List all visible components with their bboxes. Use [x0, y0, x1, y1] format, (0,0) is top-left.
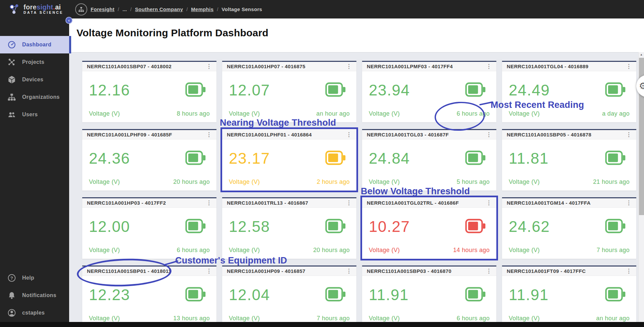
sidebar-item-notifications[interactable]: Notifications: [0, 287, 69, 304]
sensor-card[interactable]: NERRC101A001FT09 - 4017FFC ⋮ 11.91 Volta…: [502, 265, 636, 327]
settings-gear-button[interactable]: ⚙: [636, 75, 644, 97]
card-voltage-value: 12.58: [229, 217, 270, 236]
user-avatar-icon: [7, 309, 16, 317]
card-footer: Voltage (V) 6 hours ago: [89, 247, 210, 254]
card-unit-label: Voltage (V): [89, 247, 120, 254]
logo-subtitle: DATA SCIENCE: [23, 11, 63, 14]
kebab-menu-icon[interactable]: ⋮: [205, 268, 213, 274]
collapse-sidebar-button[interactable]: ‹: [65, 17, 72, 24]
battery-icon: [465, 219, 486, 233]
card-body: 10.27 Voltage (V) 14 hours ago: [362, 208, 496, 258]
sidebar-item-label: cstaples: [22, 310, 45, 316]
sidebar-item-label: Help: [22, 275, 34, 281]
card-voltage-value: 12.16: [89, 81, 130, 99]
topbar: foresight.ai DATA SCIENCE Foresight / ..…: [0, 0, 644, 18]
card-footer: Voltage (V) 14 hours ago: [369, 247, 490, 254]
card-footer: Voltage (V) 7 hours ago: [509, 247, 630, 254]
card-footer: Voltage (V) an hour ago: [229, 110, 350, 117]
sidebar-item-user-cstaples[interactable]: cstaples: [0, 304, 69, 322]
notifications-bell-icon: [7, 291, 16, 300]
sensor-card[interactable]: NERRC101A001HP03 - 4017FF2 ⋮ 12.00 Volta…: [82, 197, 216, 259]
card-last-reading-time: 13 hours ago: [173, 315, 210, 322]
card-equipment-id: NERRC1101A001SBP03 - 4016870: [367, 268, 451, 274]
chevron-left-icon: ‹: [68, 18, 69, 23]
kebab-menu-icon[interactable]: ⋮: [345, 132, 353, 137]
sensor-card[interactable]: NERRC101A001TGL03 - 401687F ⋮ 24.84 Volt…: [362, 129, 496, 191]
users-group-icon: [7, 110, 16, 119]
sidebar-item-devices[interactable]: Devices: [0, 71, 69, 88]
sensor-card[interactable]: NERRC101A001TGL04 - 4016889 ⋮ 24.49 Volt…: [502, 61, 636, 122]
card-voltage-value: 11.91: [509, 286, 549, 304]
card-last-reading-time: 20 hours ago: [313, 247, 350, 254]
scroll-up-icon[interactable]: ▲: [639, 52, 644, 57]
card-equipment-id: NERRC101A001LPHF09 - 401685F: [87, 132, 172, 137]
kebab-menu-icon[interactable]: ⋮: [625, 132, 633, 137]
kebab-menu-icon[interactable]: ⋮: [625, 268, 633, 274]
card-footer: Voltage (V) 20 hours ago: [89, 178, 210, 186]
kebab-menu-icon[interactable]: ⋮: [345, 268, 353, 274]
logo-molecule-icon: [9, 3, 21, 16]
sensor-card[interactable]: NERRC101A001LPMF03 - 4017FF4 ⋮ 23.94 Vol…: [362, 61, 496, 122]
sidebar-item-users[interactable]: Users: [0, 106, 69, 123]
sidebar-item-label: Projects: [22, 59, 44, 65]
card-unit-label: Voltage (V): [369, 315, 400, 322]
kebab-menu-icon[interactable]: ⋮: [485, 268, 493, 274]
sensor-card[interactable]: NERRC1101A001SBP03 - 4016870 ⋮ 11.91 Vol…: [362, 265, 496, 327]
gear-icon: ⚙: [639, 81, 644, 91]
kebab-menu-icon[interactable]: ⋮: [625, 200, 633, 206]
cards-grid: NERRC1101A001SBP07 - 4018002 ⋮ 12.16 Vol…: [82, 61, 636, 327]
kebab-menu-icon[interactable]: ⋮: [205, 64, 213, 69]
card-equipment-id: NERRC101A001HP09 - 4016857: [227, 268, 305, 274]
card-voltage-value: 11.91: [369, 286, 409, 304]
kebab-menu-icon[interactable]: ⋮: [485, 132, 493, 137]
kebab-menu-icon[interactable]: ⋮: [485, 200, 493, 206]
sensor-card[interactable]: NERRC101A001TGL02TRL - 401686F ⋮ 10.27 V…: [362, 197, 496, 259]
breadcrumb-current-voltage-sensors: Voltage Sensors: [221, 6, 262, 12]
app-logo: foresight.ai DATA SCIENCE: [0, 3, 69, 16]
kebab-menu-icon[interactable]: ⋮: [205, 132, 213, 137]
sensor-card[interactable]: NERRC101A001HP07 - 4016875 ⋮ 12.07 Volta…: [222, 61, 356, 122]
sidebar-item-organizations[interactable]: Organizations: [0, 88, 69, 106]
breadcrumb-link-memphis[interactable]: Memphis: [191, 6, 213, 12]
sensor-card[interactable]: NERRC1101A001SBP07 - 4018002 ⋮ 12.16 Vol…: [82, 61, 216, 122]
card-footer: Voltage (V) 21 hours ago: [509, 178, 630, 186]
sidebar-item-dashboard[interactable]: Dashboard: [0, 36, 69, 53]
sensor-card[interactable]: NERRC101A001LPHF01 - 4016864 ⋮ 23.17 Vol…: [222, 129, 356, 191]
card-equipment-id: NERRC101A001LPMF03 - 4017FF4: [367, 64, 453, 69]
sidebar-item-label: Organizations: [22, 94, 60, 100]
sensor-card[interactable]: NERRC101A001HP09 - 4016857 ⋮ 12.04 Volta…: [222, 265, 356, 327]
card-body: 24.84 Voltage (V) 5 hours ago: [362, 139, 496, 190]
battery-icon: [605, 82, 626, 97]
kebab-menu-icon[interactable]: ⋮: [345, 64, 353, 69]
sidebar-item-projects[interactable]: Projects: [0, 53, 69, 71]
kebab-menu-icon[interactable]: ⋮: [625, 64, 633, 69]
kebab-menu-icon[interactable]: ⋮: [345, 200, 353, 206]
page-title: Voltage Monitoring Platform Dashboard: [69, 18, 644, 39]
kebab-menu-icon[interactable]: ⋮: [485, 64, 493, 69]
battery-icon: [605, 287, 626, 301]
sensor-card[interactable]: NERRC101A001LPHF09 - 401685F ⋮ 24.36 Vol…: [82, 129, 216, 191]
sensor-card[interactable]: NERRC101A001TGM14 - 4017FFA ⋮ 24.62 Volt…: [502, 197, 636, 259]
breadcrumb-link-southern-company[interactable]: Southern Company: [135, 6, 183, 12]
card-body: 23.17 Voltage (V) 2 hours ago: [222, 139, 356, 190]
breadcrumb-ellipsis[interactable]: ...: [122, 6, 127, 12]
card-header: NERRC1101A001SBP03 - 4016870 ⋮: [362, 267, 496, 276]
card-equipment-id: NERRC1101A001SBP05 - 4016878: [507, 132, 591, 137]
sidebar-item-label: Users: [22, 112, 38, 118]
sensor-card[interactable]: NERRC1101A001SBP05 - 4016878 ⋮ 11.81 Vol…: [502, 129, 636, 191]
card-last-reading-time: 6 hours ago: [457, 315, 490, 322]
card-body: 24.49 Voltage (V) a day ago: [502, 71, 636, 122]
card-voltage-value: 11.81: [509, 149, 549, 167]
card-unit-label: Voltage (V): [509, 247, 540, 254]
card-last-reading-time: an hour ago: [596, 315, 630, 322]
card-last-reading-time: 5 hours ago: [457, 178, 490, 186]
card-body: 23.94 Voltage (V) 6 hours ago: [362, 71, 496, 122]
sensor-card[interactable]: NERRC101A001TRL13 - 4016867 ⋮ 12.58 Volt…: [222, 197, 356, 259]
card-footer: Voltage (V) 7 hours ago: [229, 315, 350, 322]
sidebar-item-help[interactable]: ? Help: [0, 269, 69, 287]
kebab-menu-icon[interactable]: ⋮: [205, 200, 213, 206]
breadcrumb-link-foresight[interactable]: Foresight: [91, 6, 114, 12]
card-voltage-value: 24.49: [509, 81, 550, 99]
sensor-card[interactable]: NERRC1101A001SBP01 - 4018011 ⋮ 12.23 Vol…: [82, 265, 216, 327]
card-equipment-id: NERRC101A001TGL03 - 401687F: [367, 132, 449, 137]
